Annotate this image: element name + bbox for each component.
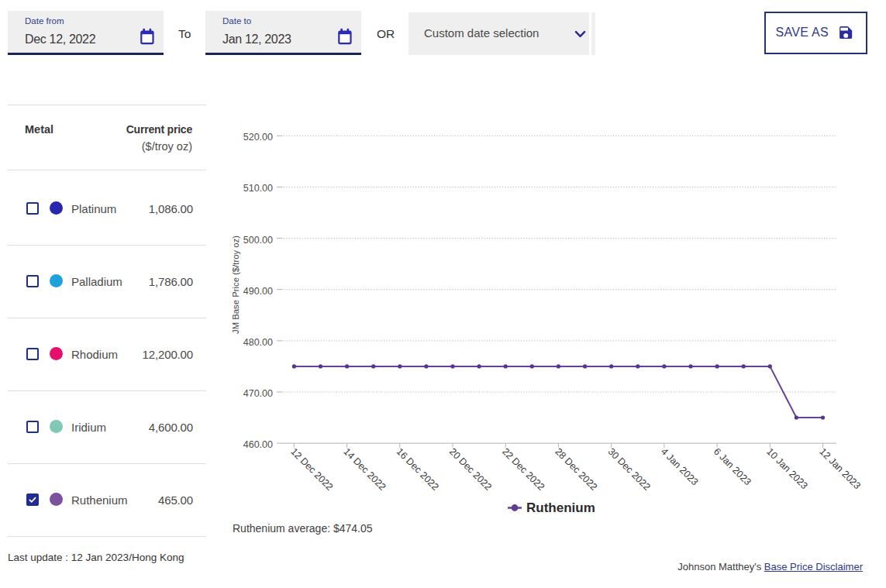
svg-text:500.00: 500.00 xyxy=(243,235,273,246)
svg-text:JM Base Price ($/troy oz): JM Base Price ($/troy oz) xyxy=(231,236,240,334)
svg-text:520.00: 520.00 xyxy=(243,132,273,143)
svg-text:10 Jan 2023: 10 Jan 2023 xyxy=(764,446,810,492)
svg-text:16 Dec 2022: 16 Dec 2022 xyxy=(395,446,441,493)
svg-text:510.00: 510.00 xyxy=(243,183,273,194)
svg-text:460.00: 460.00 xyxy=(243,439,273,450)
svg-text:490.00: 490.00 xyxy=(243,286,273,297)
svg-text:30 Dec 2022: 30 Dec 2022 xyxy=(606,446,653,493)
svg-text:22 Dec 2022: 22 Dec 2022 xyxy=(500,446,546,493)
svg-text:28 Dec 2022: 28 Dec 2022 xyxy=(553,446,599,493)
svg-text:20 Dec 2022: 20 Dec 2022 xyxy=(447,446,494,493)
svg-text:4 Jan 2023: 4 Jan 2023 xyxy=(659,446,701,488)
svg-text:14 Dec 2022: 14 Dec 2022 xyxy=(341,446,388,493)
svg-text:12 Jan 2023: 12 Jan 2023 xyxy=(817,446,863,492)
svg-text:6 Jan 2023: 6 Jan 2023 xyxy=(712,446,753,488)
svg-text:12 Dec 2022: 12 Dec 2022 xyxy=(288,446,335,493)
svg-text:Ruthenium: Ruthenium xyxy=(526,500,595,515)
svg-text:480.00: 480.00 xyxy=(243,337,273,348)
svg-text:470.00: 470.00 xyxy=(243,388,273,399)
